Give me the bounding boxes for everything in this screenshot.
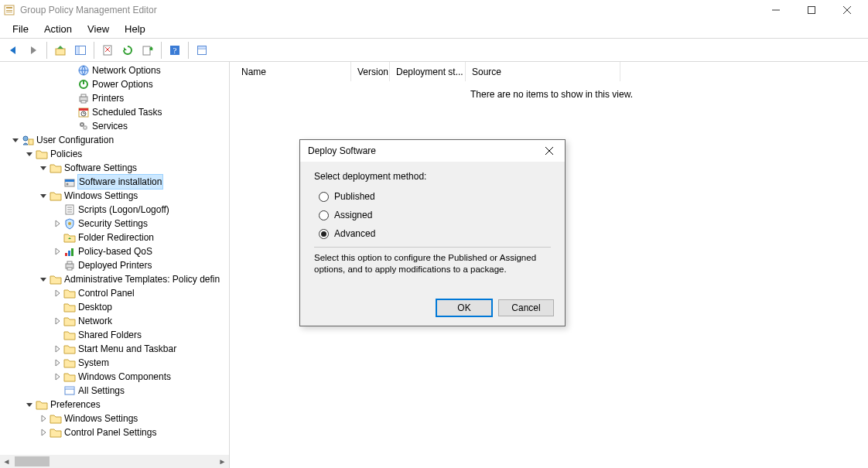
svg-point-41 [67, 183, 69, 186]
radio-advanced[interactable]: Advanced [319, 228, 551, 239]
expand-icon[interactable] [51, 317, 63, 325]
properties-button[interactable] [193, 41, 211, 60]
scroll-left-arrow[interactable]: ◄ [0, 455, 13, 468]
minimize-button[interactable] [758, 0, 794, 20]
tree-item[interactable]: Preferences [0, 398, 229, 412]
tree-item[interactable]: Windows Settings [0, 189, 229, 203]
tree-item[interactable]: Shared Folders [0, 328, 229, 342]
tree-item[interactable]: Network [0, 314, 229, 328]
tree-item[interactable]: Windows Components [0, 370, 229, 384]
dialog-description: Select this option to configure the Publ… [314, 252, 551, 275]
tree-item[interactable]: Policy-based QoS [0, 244, 229, 258]
tree-item-label: Services [92, 119, 128, 133]
splitter[interactable] [230, 62, 235, 468]
radio-assigned[interactable]: Assigned [319, 210, 551, 220]
folder-icon [63, 343, 76, 355]
col-name[interactable]: Name [235, 62, 351, 81]
menu-file[interactable]: File [5, 22, 36, 36]
toolbar: ? [0, 39, 868, 62]
tree-item[interactable]: Security Settings [0, 217, 229, 231]
sched-icon [77, 106, 90, 118]
tree-item[interactable]: Services [0, 119, 229, 133]
folder-icon [50, 190, 62, 202]
help-button[interactable]: ? [166, 41, 184, 60]
expand-icon[interactable] [51, 345, 63, 353]
tree[interactable]: Network OptionsPower OptionsPrintersSche… [0, 62, 229, 455]
scroll-right-arrow[interactable]: ► [216, 455, 229, 468]
dialog-close-button[interactable] [534, 140, 565, 162]
tree-item[interactable]: Scheduled Tasks [0, 105, 229, 119]
tree-item[interactable]: Power Options [0, 77, 229, 91]
tree-item[interactable]: Desktop [0, 300, 229, 314]
script-icon [63, 203, 76, 216]
expand-icon[interactable] [23, 150, 36, 158]
expand-icon[interactable] [51, 289, 63, 297]
expand-icon[interactable] [9, 136, 22, 144]
col-version[interactable]: Version [351, 62, 390, 81]
tree-item[interactable]: Policies [0, 147, 229, 161]
forward-button[interactable] [24, 41, 43, 60]
tree-item[interactable]: Network Options [0, 63, 229, 77]
expand-icon[interactable] [51, 220, 63, 227]
up-button[interactable] [51, 41, 70, 60]
horizontal-scrollbar[interactable]: ◄ ► [0, 455, 229, 468]
folder-icon [63, 357, 76, 369]
tree-item[interactable]: Administrative Templates: Policy defin [0, 272, 229, 286]
tree-item-label: Printers [92, 91, 124, 105]
maximize-button[interactable] [794, 0, 829, 20]
tree-item[interactable]: Folder Redirection [0, 231, 229, 244]
expand-icon[interactable] [51, 373, 63, 381]
export-button[interactable] [138, 41, 157, 60]
tree-item[interactable]: Printers [0, 91, 229, 105]
tree-item-label: Preferences [50, 398, 101, 412]
radio-published[interactable]: Published [319, 191, 551, 202]
expand-icon[interactable] [37, 429, 50, 436]
tree-item[interactable]: Start Menu and Taskbar [0, 342, 229, 356]
col-deployment[interactable]: Deployment st... [390, 62, 466, 81]
expand-icon[interactable] [37, 192, 50, 200]
tree-item[interactable]: Windows Settings [0, 412, 229, 425]
menu-action[interactable]: Action [36, 22, 80, 36]
svg-rect-20 [198, 46, 206, 49]
scroll-track[interactable] [13, 455, 216, 468]
tree-item[interactable]: Software installation [0, 175, 229, 189]
svg-point-37 [23, 136, 28, 141]
folder-icon [63, 301, 76, 313]
tree-item[interactable]: Control Panel Settings [0, 425, 229, 439]
radio-label: Published [334, 191, 375, 202]
usercfg-icon [22, 134, 34, 146]
show-hide-tree-button[interactable] [71, 41, 90, 60]
tree-item[interactable]: User Configuration [0, 133, 229, 147]
tree-item-label: Desktop [78, 300, 112, 314]
tree-item[interactable]: Deployed Printers [0, 258, 229, 272]
menu-help[interactable]: Help [117, 22, 153, 36]
tree-item[interactable]: Software Settings [0, 161, 229, 175]
printer-icon [77, 92, 90, 104]
ok-button[interactable]: OK [436, 299, 492, 316]
cancel-button[interactable]: Cancel [498, 299, 554, 316]
tree-item[interactable]: Control Panel [0, 286, 229, 300]
svg-rect-49 [71, 248, 73, 256]
expand-icon[interactable] [23, 401, 36, 408]
expand-icon[interactable] [51, 359, 63, 367]
tree-item[interactable]: System [0, 356, 229, 370]
delete-button[interactable] [98, 41, 117, 60]
tree-item-label: Network Options [92, 63, 161, 77]
tree-item-label: User Configuration [36, 133, 114, 147]
list-empty-message: There are no items to show in this view. [235, 81, 868, 100]
scroll-thumb[interactable] [15, 456, 50, 466]
refresh-button[interactable] [118, 41, 137, 60]
svg-point-35 [81, 124, 83, 125]
close-button[interactable] [829, 0, 865, 20]
expand-icon[interactable] [51, 248, 63, 255]
menu-view[interactable]: View [80, 22, 117, 36]
expand-icon[interactable] [37, 164, 50, 172]
tree-item-label: Policies [50, 147, 82, 161]
expand-icon[interactable] [37, 275, 50, 283]
expand-icon[interactable] [37, 415, 50, 422]
tree-item[interactable]: Scripts (Logon/Logoff) [0, 203, 229, 217]
deploy-software-dialog: Deploy Software Select deployment method… [299, 139, 566, 326]
col-source[interactable]: Source [466, 62, 620, 81]
tree-item[interactable]: All Settings [0, 384, 229, 398]
back-button[interactable] [4, 41, 22, 60]
